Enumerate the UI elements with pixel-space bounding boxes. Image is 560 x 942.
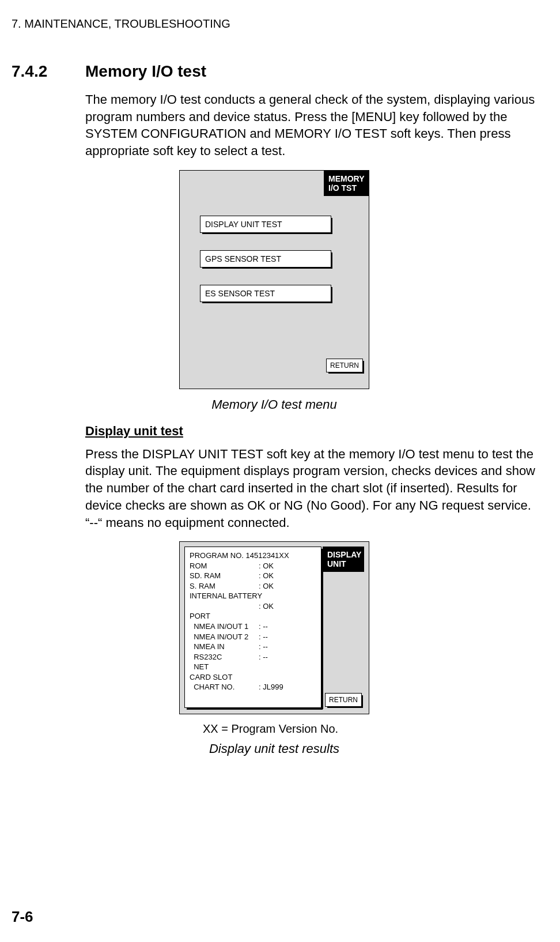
- softkey-display-unit[interactable]: DISPLAY UNIT: [323, 547, 364, 572]
- section-title: Memory I/O test: [85, 62, 206, 81]
- row-rs232c: RS232C: --: [190, 652, 316, 662]
- page: 7. MAINTENANCE, TROUBLESHOOTING 7.4.2 Me…: [0, 0, 560, 942]
- row-nmea1: NMEA IN/OUT 1: --: [190, 621, 316, 632]
- row-card-slot: CARD SLOT: [190, 672, 316, 683]
- value: : --: [259, 621, 268, 632]
- display-unit-paragraph: Press the DISPLAY UNIT TEST soft key at …: [85, 446, 537, 531]
- es-sensor-test-button[interactable]: ES SENSOR TEST: [200, 285, 331, 302]
- section-number: 7.4.2: [12, 62, 85, 81]
- softkey-line1: DISPLAY: [327, 550, 361, 559]
- label: INTERNAL BATTERY: [190, 591, 259, 601]
- screen-display-unit: PROGRAM NO. 14512341XX ROM: OK SD. RAM: …: [179, 541, 369, 714]
- label: S. RAM: [190, 581, 259, 591]
- row-program-no: PROGRAM NO. 14512341XX: [190, 551, 316, 561]
- label: CHART NO.: [190, 682, 259, 692]
- results-panel: PROGRAM NO. 14512341XX ROM: OK SD. RAM: …: [184, 547, 321, 708]
- figure-display-unit-results: PROGRAM NO. 14512341XX ROM: OK SD. RAM: …: [12, 541, 537, 714]
- button-label: ES SENSOR TEST: [205, 289, 275, 298]
- softkey-line1: MEMORY: [328, 174, 364, 183]
- page-number: 7-6: [12, 908, 33, 926]
- return-button[interactable]: RETURN: [325, 693, 362, 707]
- row-sram: S. RAM: OK: [190, 581, 316, 591]
- label: NMEA IN/OUT 2: [190, 632, 259, 642]
- label: [190, 601, 259, 612]
- label: NMEA IN/OUT 1: [190, 621, 259, 632]
- row-sdram: SD. RAM: OK: [190, 571, 316, 581]
- row-internal-battery-value: : OK: [190, 601, 316, 612]
- row-nmea-in: NMEA IN: --: [190, 642, 316, 652]
- label: CARD SLOT: [190, 672, 259, 683]
- softkey-line2: UNIT: [327, 559, 346, 568]
- chapter-header: 7. MAINTENANCE, TROUBLESHOOTING: [12, 17, 537, 31]
- label: PROGRAM NO. 14512341XX: [190, 551, 259, 561]
- label: SD. RAM: [190, 571, 259, 581]
- figure-memory-io-menu: MEMORY I/O TST DISPLAY UNIT TEST GPS SEN…: [12, 170, 537, 389]
- softkey-memory-io[interactable]: MEMORY I/O TST: [324, 171, 369, 196]
- row-port: PORT: [190, 611, 316, 621]
- button-label: GPS SENSOR TEST: [205, 254, 281, 263]
- softkey-line2: I/O TST: [328, 183, 357, 193]
- row-nmea2: NMEA IN/OUT 2: --: [190, 632, 316, 642]
- value: : --: [259, 632, 268, 642]
- row-net: NET: [190, 662, 316, 672]
- label: PORT: [190, 611, 259, 621]
- screen-memory-io: MEMORY I/O TST DISPLAY UNIT TEST GPS SEN…: [179, 170, 369, 389]
- display-unit-test-heading: Display unit test: [85, 424, 537, 439]
- label: NMEA IN: [190, 642, 259, 652]
- value: : --: [259, 652, 268, 662]
- value: : OK: [259, 581, 274, 591]
- row-internal-battery: INTERNAL BATTERY: [190, 591, 316, 601]
- value: : OK: [259, 561, 274, 571]
- figure1-caption: Memory I/O test menu: [12, 397, 537, 412]
- value: : --: [259, 642, 268, 652]
- intro-paragraph: The memory I/O test conducts a general c…: [85, 91, 537, 160]
- value: : JL999: [259, 682, 283, 692]
- row-chart-no: CHART NO.: JL999: [190, 682, 316, 692]
- figure2-caption: Display unit test results: [12, 741, 537, 756]
- label: ROM: [190, 561, 259, 571]
- label: RS232C: [190, 652, 259, 662]
- row-rom: ROM: OK: [190, 561, 316, 571]
- button-label: RETURN: [330, 361, 359, 370]
- label: NET: [190, 662, 259, 672]
- button-label: RETURN: [329, 696, 358, 704]
- display-unit-test-button[interactable]: DISPLAY UNIT TEST: [200, 216, 331, 233]
- button-label: DISPLAY UNIT TEST: [205, 220, 282, 229]
- return-button[interactable]: RETURN: [326, 359, 363, 372]
- value: : OK: [259, 571, 274, 581]
- gps-sensor-test-button[interactable]: GPS SENSOR TEST: [200, 250, 331, 267]
- value: : OK: [259, 601, 274, 612]
- figure2-note: XX = Program Version No.: [203, 722, 537, 736]
- section-heading: 7.4.2 Memory I/O test: [12, 62, 537, 81]
